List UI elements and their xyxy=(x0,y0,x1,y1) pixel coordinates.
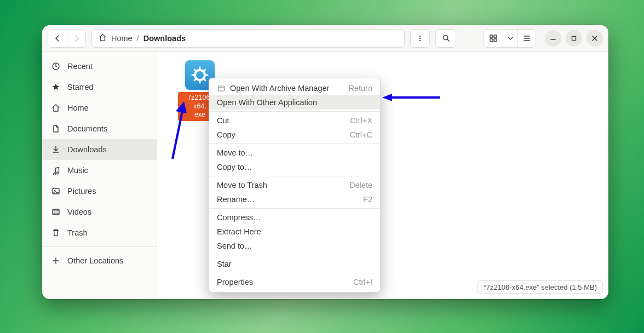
chevron-right-icon xyxy=(73,35,80,42)
menu-rename[interactable]: Rename… F2 xyxy=(209,192,380,206)
plus-icon xyxy=(51,257,61,265)
back-button[interactable] xyxy=(48,30,67,47)
svg-point-11 xyxy=(54,190,55,191)
download-icon xyxy=(51,145,61,154)
svg-point-2 xyxy=(419,39,421,41)
icon-view-dropdown[interactable] xyxy=(503,30,517,47)
sidebar-item-label: Recent xyxy=(67,62,93,71)
svg-marker-16 xyxy=(382,94,392,101)
maximize-icon xyxy=(571,35,577,42)
view-switcher xyxy=(484,29,536,48)
menu-properties[interactable]: Properties Ctrl+I xyxy=(209,275,380,289)
svg-rect-5 xyxy=(494,35,497,38)
status-text: “7z2106-x64.exe” selected (1.5 MB) xyxy=(484,283,597,291)
search-icon xyxy=(442,34,450,42)
content-area[interactable]: 7z2106-x64. exe Open With Archive Manage… xyxy=(157,51,608,299)
sidebar-item-documents[interactable]: Documents xyxy=(42,118,157,139)
menu-cut[interactable]: Cut Ctrl+X xyxy=(209,113,380,128)
star-icon xyxy=(51,83,61,91)
music-icon xyxy=(51,166,61,175)
nav-buttons xyxy=(48,29,86,48)
menu-open-other-app[interactable]: Open With Other Application xyxy=(209,95,380,110)
sidebar-item-label: Trash xyxy=(67,228,88,237)
svg-rect-6 xyxy=(490,39,493,42)
chevron-left-icon xyxy=(54,35,61,42)
archive-icon xyxy=(217,84,226,93)
minimize-button[interactable] xyxy=(545,30,561,47)
svg-rect-4 xyxy=(490,35,493,38)
menu-separator xyxy=(209,273,380,273)
sidebar-item-trash[interactable]: Trash xyxy=(42,222,157,243)
sidebar-item-recent[interactable]: Recent xyxy=(42,56,157,77)
minimize-icon xyxy=(550,35,556,42)
menu-copy-to[interactable]: Copy to… xyxy=(209,160,380,174)
sidebar-item-label: Other Locations xyxy=(67,256,123,265)
sidebar-item-label: Home xyxy=(67,104,89,112)
maximize-button[interactable] xyxy=(566,30,582,47)
icon-view-button[interactable] xyxy=(484,30,503,47)
kebab-icon xyxy=(416,35,424,42)
trash-icon xyxy=(51,228,61,237)
annotation-arrow-right xyxy=(382,92,440,105)
svg-line-17 xyxy=(173,111,182,159)
menu-star[interactable]: Star xyxy=(209,257,380,271)
list-view-button[interactable] xyxy=(517,30,536,47)
menu-compress[interactable]: Compress… xyxy=(209,210,380,225)
home-icon xyxy=(99,33,107,43)
video-icon xyxy=(51,208,61,216)
breadcrumb-current[interactable]: Downloads xyxy=(143,34,186,43)
document-icon xyxy=(51,124,61,133)
menu-move-to-trash[interactable]: Move to Trash Delete xyxy=(209,178,380,192)
sidebar-divider xyxy=(42,246,157,247)
sidebar-item-label: Videos xyxy=(67,208,91,216)
svg-rect-8 xyxy=(572,36,576,40)
sidebar-item-label: Pictures xyxy=(67,187,96,196)
svg-rect-7 xyxy=(494,39,497,42)
context-menu: Open With Archive Manager Return Open Wi… xyxy=(209,78,381,292)
menu-move-to[interactable]: Move to… xyxy=(209,146,380,160)
menu-open-archive-manager[interactable]: Open With Archive Manager Return xyxy=(209,81,380,95)
window-body: Recent Starred Home Documents Downloads … xyxy=(42,51,608,299)
sidebar-item-videos[interactable]: Videos xyxy=(42,202,157,222)
chevron-down-icon xyxy=(508,36,513,41)
svg-rect-12 xyxy=(53,209,59,215)
svg-point-0 xyxy=(419,35,421,36)
menu-copy[interactable]: Copy Ctrl+C xyxy=(209,128,380,142)
sidebar-item-other-locations[interactable]: Other Locations xyxy=(42,250,157,271)
menu-separator xyxy=(209,111,380,112)
forward-button[interactable] xyxy=(67,30,85,47)
sidebar-item-label: Downloads xyxy=(67,145,107,154)
close-icon xyxy=(591,35,598,42)
grid-icon xyxy=(490,35,497,42)
path-bar[interactable]: Home / Downloads xyxy=(91,29,405,48)
more-button[interactable] xyxy=(410,29,430,48)
breadcrumb-separator: / xyxy=(137,34,139,43)
sidebar-item-pictures[interactable]: Pictures xyxy=(42,181,157,202)
menu-separator xyxy=(209,208,380,209)
svg-point-1 xyxy=(419,37,421,38)
annotation-arrow-left xyxy=(167,101,187,161)
sidebar-item-label: Starred xyxy=(67,83,94,91)
menu-separator xyxy=(209,143,380,144)
menu-extract-here[interactable]: Extract Here xyxy=(209,225,380,239)
sidebar-item-downloads[interactable]: Downloads xyxy=(42,139,157,160)
titlebar: Home / Downloads xyxy=(42,25,608,51)
menu-separator xyxy=(209,255,380,255)
svg-rect-14 xyxy=(219,86,225,91)
file-manager-window: Home / Downloads xyxy=(42,25,608,299)
picture-icon xyxy=(51,187,61,196)
breadcrumb-home[interactable]: Home xyxy=(111,34,133,43)
status-bar: “7z2106-x64.exe” selected (1.5 MB) xyxy=(478,280,603,294)
svg-marker-18 xyxy=(176,101,187,113)
window-controls xyxy=(545,30,603,47)
home-icon xyxy=(51,104,61,112)
sidebar-item-label: Music xyxy=(67,166,88,175)
sidebar-item-home[interactable]: Home xyxy=(42,97,157,118)
sidebar-item-starred[interactable]: Starred xyxy=(42,77,157,97)
close-button[interactable] xyxy=(586,30,603,47)
menu-separator xyxy=(209,176,380,176)
search-button[interactable] xyxy=(435,29,456,48)
sidebar-item-music[interactable]: Music xyxy=(42,160,157,181)
sidebar: Recent Starred Home Documents Downloads … xyxy=(42,51,157,299)
menu-send-to[interactable]: Send to… xyxy=(209,239,380,253)
